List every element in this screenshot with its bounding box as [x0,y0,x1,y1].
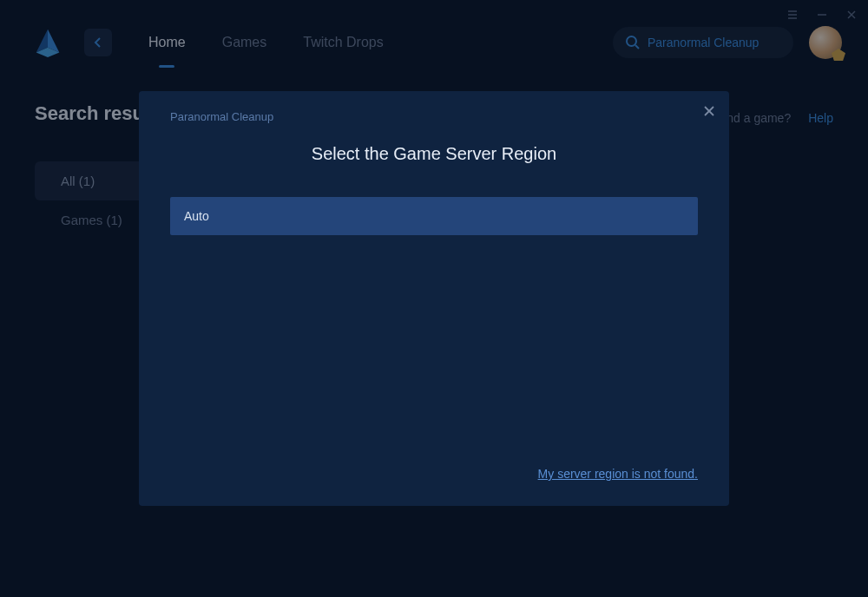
modal-subtitle: Paranormal Cleanup [170,110,698,123]
modal-overlay: Paranormal Cleanup Select the Game Serve… [0,0,868,597]
region-option-auto[interactable]: Auto [170,197,698,235]
modal-title: Select the Game Server Region [170,144,698,164]
region-not-found-link[interactable]: My server region is not found. [538,467,698,481]
region-modal: Paranormal Cleanup Select the Game Serve… [139,91,729,506]
close-icon[interactable] [701,103,717,119]
